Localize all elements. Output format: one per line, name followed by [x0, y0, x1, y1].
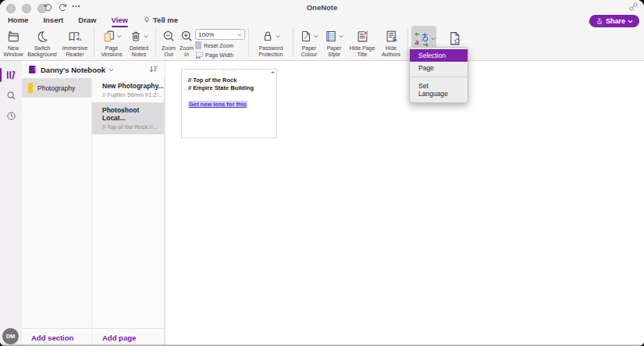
ribbon-divider [248, 27, 249, 57]
tab-tell-me[interactable]: Tell me [143, 16, 178, 25]
tab-view[interactable]: View [112, 16, 128, 24]
menu-item-page[interactable]: Page [410, 62, 468, 74]
deleted-notes-button[interactable]: Deleted Notes [126, 26, 152, 58]
ribbon-divider [407, 27, 408, 57]
share-chevron-icon [628, 20, 633, 23]
reset-zoom-label: Reset Zoom [204, 43, 233, 48]
ribbon-divider [155, 27, 156, 57]
new-window-button[interactable]: New Window [2, 26, 25, 58]
tab-home[interactable]: Home [8, 16, 28, 24]
translate-icon: a [413, 30, 429, 47]
switch-background-button[interactable]: Switch Background [25, 26, 59, 58]
add-page-bar: Add page [92, 328, 165, 346]
new-window-icon [6, 27, 20, 45]
add-section-bar: Add section [22, 328, 92, 346]
menu-item-selection[interactable]: Selection [410, 49, 468, 62]
sort-icon[interactable] [148, 64, 158, 74]
search-nav-button[interactable] [0, 85, 22, 105]
library-icon [5, 70, 16, 80]
tab-draw[interactable]: Draw [78, 16, 96, 24]
share-label: Share [606, 17, 625, 25]
page-subtitle: // Top of the Rock //... [102, 123, 164, 130]
translate-group: a Selection Page Set Language [411, 26, 436, 48]
page-versions-button[interactable]: Page Versions [98, 26, 126, 58]
page-canvas[interactable]: ····· ◂▸ // Top of the Rock // Empire St… [165, 61, 644, 346]
tab-insert[interactable]: Insert [43, 16, 63, 24]
page-title: New Photography... [102, 82, 164, 90]
section-label: Photography [37, 84, 75, 92]
note-drag-handle-icon[interactable]: ····· [182, 69, 276, 73]
notebooks-nav-button[interactable] [0, 65, 22, 85]
notebook-icon [27, 64, 37, 75]
hide-authors-button[interactable]: Hide Authors [378, 26, 404, 58]
check-accessibility-button[interactable] [441, 26, 468, 48]
main-area: DM Danny's Notebook Photography New Phot… [0, 61, 644, 346]
ribbon-divider [94, 27, 94, 57]
hide-page-title-button[interactable]: Hide Page Title [347, 26, 378, 58]
page-item-selected[interactable]: Photoshoot Locat... // Top of the Rock /… [92, 102, 164, 134]
trash-icon [130, 30, 142, 43]
zoom-in-icon [180, 27, 194, 45]
chevron-down-icon [144, 34, 148, 38]
page-width-button[interactable]: Page Width [195, 51, 245, 59]
menu-item-set-language[interactable]: Set Language [410, 80, 468, 100]
page-width-label: Page Width [205, 52, 233, 58]
moon-icon [36, 27, 48, 45]
ribbon-divider [293, 27, 294, 57]
share-icon [596, 17, 603, 25]
note-container[interactable]: ····· ◂▸ // Top of the Rock // Empire St… [181, 69, 277, 138]
page-title: Photoshoot Locat... [102, 106, 164, 122]
hide-authors-icon [385, 27, 398, 45]
translate-menu: Selection Page Set Language [409, 47, 468, 103]
add-page-button[interactable]: Add page [102, 334, 136, 342]
nav-rail: DM [0, 61, 23, 346]
note-text-line[interactable]: // Empire State Building [188, 84, 270, 92]
chevron-down-icon [314, 34, 318, 38]
immersive-reader-button[interactable]: Immersive Reader [59, 26, 91, 58]
note-resize-icon[interactable]: ◂▸ [271, 70, 275, 74]
reset-zoom-icon [195, 41, 201, 49]
window-chrome: OneNote Home Insert Draw View Tell me [0, 0, 644, 61]
paper-colour-icon [300, 30, 312, 43]
section-item-photography[interactable]: Photography [22, 78, 91, 98]
hide-page-title-icon [356, 27, 369, 45]
paper-style-icon [325, 30, 337, 43]
add-section-button[interactable]: Add section [31, 334, 73, 342]
page-item[interactable]: New Photography... // Fujifilm 56mm f/1.… [92, 78, 164, 102]
onenote-window: OneNote Home Insert Draw View Tell me [0, 0, 644, 346]
zoom-level-value: 100% [198, 31, 214, 38]
translate-button[interactable]: a [411, 26, 436, 48]
chevron-down-icon [339, 34, 343, 38]
note-text-line[interactable]: // Top of the Rock [188, 77, 270, 84]
window-title: OneNote [0, 3, 644, 12]
chevron-down-icon [276, 34, 280, 38]
zoom-in-button[interactable]: Zoom In [178, 26, 195, 58]
notebook-header[interactable]: Danny's Notebook [22, 61, 165, 78]
ribbon: New Window Switch Background Immersive R… [0, 26, 644, 60]
page-width-icon [195, 52, 203, 59]
section-color-tab [28, 83, 33, 94]
paper-colour-button[interactable]: Paper Colour [297, 26, 322, 58]
lightbulb-icon [143, 16, 151, 25]
zoom-controls: 100% Reset Zoom Page Width [195, 29, 245, 59]
sections-list: Photography [22, 78, 92, 328]
chevron-down-icon [117, 34, 122, 38]
user-avatar[interactable]: DM [2, 328, 19, 344]
notebook-name: Danny's Notebook [41, 66, 105, 74]
zoom-level-select[interactable]: 100% [195, 29, 245, 40]
note-hyperlink[interactable]: Get new lens for this [188, 101, 247, 108]
chevron-down-icon [109, 68, 114, 72]
recent-notes-nav-button[interactable] [0, 105, 22, 126]
password-protection-button[interactable]: Password Protection [252, 26, 290, 58]
chevron-down-icon [237, 33, 242, 37]
chevron-down-icon [431, 37, 436, 41]
tell-me-label: Tell me [153, 16, 178, 24]
menu-separator [410, 77, 468, 77]
check-accessibility-icon [447, 28, 463, 48]
paper-style-button[interactable]: Hide Page Title Paper Style [322, 26, 347, 58]
reset-zoom-button[interactable]: Reset Zoom [195, 41, 245, 49]
clock-icon [6, 111, 16, 121]
zoom-out-button[interactable]: Zoom Out [159, 26, 178, 58]
titlebar: OneNote [0, 0, 644, 14]
pages-list: New Photography... // Fujifilm 56mm f/1.… [92, 78, 165, 328]
